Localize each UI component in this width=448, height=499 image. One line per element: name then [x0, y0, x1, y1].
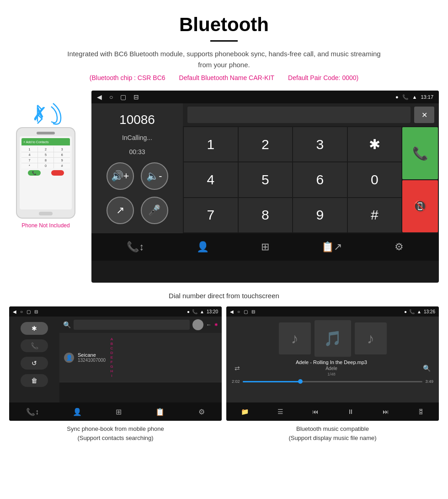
wifi-icon: ▲ [412, 94, 417, 100]
spec-chip: (Bluetooth chip : CSR BC6 [90, 74, 165, 81]
statusbar-icons: ● 📞 ▲ 13:17 [395, 94, 433, 100]
music-note-icon-left: ♪ [291, 330, 299, 347]
key-hash[interactable]: # [348, 198, 402, 232]
pb-body: ✱ 📞 ↺ 🗑 🔍 [9, 317, 222, 402]
music-next-icon[interactable]: ⏭ [383, 408, 389, 415]
menu-icon: ⊟ [133, 93, 139, 101]
music-nav-icons: ◀ ○ ▢ ⊟ [230, 309, 255, 314]
music-eq-icon[interactable]: 🎛 [418, 408, 424, 415]
pb-messages-icon[interactable]: 📋 [155, 408, 165, 416]
middle-section: ✗ + Add to Contacts 1 2 3 4 5 6 [0, 86, 448, 287]
pb-contacts-icon[interactable]: 👤 [73, 408, 82, 416]
dial-status: InCalling... [122, 134, 152, 141]
music-back-icon: ◀ [230, 309, 234, 314]
phone-toolbar-icon[interactable]: 📞↕ [127, 241, 144, 253]
key-4[interactable]: 4 [184, 162, 238, 197]
key-2[interactable]: 2 [239, 127, 293, 161]
music-list-icon[interactable]: ☰ [277, 408, 283, 415]
contacts-toolbar-icon[interactable]: 👤 [197, 241, 209, 253]
key-3[interactable]: 3 [293, 127, 347, 161]
pb-back-icon: ◀ [13, 309, 16, 314]
music-album-next: ♪ [355, 322, 387, 354]
key-0[interactable]: 0 [348, 162, 402, 197]
clock: 13:17 [421, 94, 433, 100]
music-album-current: 🎵 [315, 320, 351, 357]
pb-dialpad-icon[interactable]: ⊞ [116, 408, 122, 416]
volume-up-icon: 🔊+ [111, 170, 129, 182]
music-progress-bar: 2:02 3:49 [230, 379, 435, 384]
main-caption: Dial number direct from touchscreen [0, 287, 448, 306]
dial-controls-row-2: ↗ 🎤 [107, 197, 168, 224]
spec-pair: Default Pair Code: 0000) [288, 74, 358, 81]
mute-button[interactable]: 🎤 [141, 197, 168, 224]
dial-controls-row: 🔊+ 🔈- [107, 162, 168, 190]
page-header: Bluetooth Integrated with BC6 Bluetooth … [0, 0, 448, 86]
pb-home-icon: ○ [20, 309, 23, 314]
settings-toolbar-icon[interactable]: ⚙ [395, 241, 404, 253]
music-title: Adele - Rolling In the Deep.mp3 [296, 359, 367, 365]
pb-call-nav[interactable]: 📞 [21, 339, 48, 352]
volume-down-button[interactable]: 🔈- [141, 162, 168, 190]
messages-toolbar-icon[interactable]: 📋↗ [321, 241, 342, 253]
pb-contact-name: Seicane [78, 352, 106, 358]
music-home-icon: ○ [237, 309, 240, 314]
pb-delete-nav[interactable]: 🗑 [21, 374, 48, 387]
header-description: Integrated with BC6 Bluetooth module, su… [64, 48, 384, 70]
call-button[interactable]: 📞 [402, 127, 438, 179]
pb-bluetooth-nav[interactable]: ✱ [21, 322, 48, 335]
key-1[interactable]: 1 [184, 127, 238, 161]
music-recents-icon: ▢ [244, 309, 248, 314]
music-bottom-toolbar: 📁 ☰ ⏮ ⏸ ⏭ 🎛 [226, 402, 439, 421]
pb-settings-icon[interactable]: ⚙ [198, 408, 205, 416]
search-icon: 🔍 [63, 321, 71, 328]
back-icon: ◀ [97, 93, 102, 101]
key-star[interactable]: ✱ [348, 127, 402, 161]
pb-calls-icon[interactable]: 📞↕ [26, 408, 39, 416]
phonebook-caption-line1: Sync phone-book from mobile phone [67, 425, 164, 432]
backspace-button[interactable]: ✕ [414, 107, 434, 123]
shuffle-icon[interactable]: ⇄ [235, 365, 240, 372]
phone-illustration: ✗ + Add to Contacts 1 2 3 4 5 6 [9, 91, 82, 229]
phone-call-buttons: 📞 [21, 168, 70, 177]
music-caption-line1: Bluetooth music compatible [296, 425, 369, 432]
music-artist: Adele [325, 366, 337, 371]
pb-sync-nav[interactable]: ↺ [21, 357, 48, 370]
pb-right: 🔍 ← ✱ 👤 Seicane 13241007000 A [59, 317, 222, 402]
music-play-icon[interactable]: ⏸ [347, 408, 354, 415]
music-top-controls: ⇄ Adele - Rolling In the Deep.mp3 Adele … [230, 359, 435, 376]
phone-not-included-label: Phone Not Included [21, 222, 69, 229]
page-title: Bluetooth [9, 14, 439, 36]
pb-contact-row[interactable]: 👤 Seicane 13241007000 A B C D E F [59, 333, 222, 382]
music-info: Adele - Rolling In the Deep.mp3 Adele 1/… [296, 359, 367, 376]
volume-up-button[interactable]: 🔊+ [107, 162, 134, 190]
android-navbar: ◀ ○ ▢ ⊟ [97, 91, 139, 103]
key-8[interactable]: 8 [239, 198, 293, 232]
phonebook-screen: ◀ ○ ▢ ⊟ ● 📞 ▲ 13:20 ✱ [9, 306, 222, 421]
key-7[interactable]: 7 [184, 198, 238, 232]
pb-star-label: ✱ [214, 322, 218, 327]
music-prev-icon[interactable]: ⏮ [312, 408, 319, 415]
music-note-icon-center: 🎵 [324, 330, 342, 347]
music-note-icon-right: ♪ [367, 330, 374, 347]
dial-input-row: ✕ [183, 103, 439, 126]
key-6[interactable]: 6 [293, 162, 347, 197]
progress-track[interactable] [243, 381, 423, 382]
pb-scroll-handle[interactable] [192, 319, 203, 330]
key-9[interactable]: 9 [293, 198, 347, 232]
key-5[interactable]: 5 [239, 162, 293, 197]
music-folder-icon[interactable]: 📁 [241, 408, 249, 415]
pb-phone-icon: 📞 [192, 309, 197, 314]
pb-nav-icons: ◀ ○ ▢ ⊟ [13, 309, 38, 314]
progress-handle[interactable] [298, 379, 303, 384]
pb-search-field[interactable] [74, 320, 190, 330]
recents-icon: ▢ [120, 93, 126, 101]
phone-nav-icon: 📞 [31, 342, 38, 349]
search-music-icon[interactable]: 🔍 [423, 365, 431, 372]
transfer-button[interactable]: ↗ [107, 197, 134, 224]
phone-home-button [39, 212, 53, 215]
dial-input-field[interactable] [187, 107, 411, 123]
end-call-button[interactable]: 📵 [402, 180, 438, 232]
dialpad-toolbar-icon[interactable]: ⊞ [261, 241, 269, 253]
pb-time: 13:20 [207, 309, 218, 314]
music-location-icon: ● [404, 309, 407, 314]
